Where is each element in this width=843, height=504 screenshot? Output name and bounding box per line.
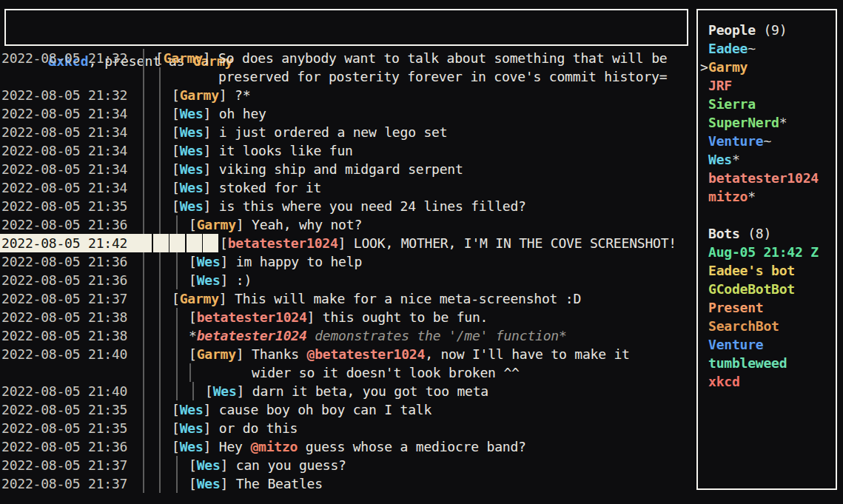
thread-indent-bar (159, 474, 161, 493)
member-item[interactable]: Venture~ (698, 132, 836, 150)
thread-indent-bar (159, 437, 161, 456)
member-status-suffix: ~ (763, 133, 771, 149)
message-row[interactable]: 2022-08-05 21:34[Wes] it looks like fun (0, 141, 694, 160)
nick-or-mention: Garmy (180, 291, 219, 306)
member-item[interactable]: Sierra (698, 95, 836, 113)
message-row[interactable]: 2022-08-05 21:36[Garmy] Yeah, why not? (0, 215, 694, 234)
section-title: Bots (708, 226, 740, 241)
message-row[interactable]: 2022-08-05 21:35[Wes] or do this (0, 419, 694, 437)
thread-indent-bar (159, 86, 161, 104)
message-fragment: * (189, 328, 197, 343)
message-row[interactable]: 2022-08-05 21:34[Wes] oh hey (0, 104, 694, 123)
member-item[interactable]: Present (698, 298, 836, 317)
message-text[interactable]: [Wes] :) (189, 271, 252, 289)
message-row[interactable]: 2022-08-05 21:37[Wes] The Beatles (0, 474, 694, 493)
message-text[interactable]: [Wes] The Beatles (189, 474, 323, 493)
message-text[interactable]: [Wes] i just ordered a new lego set (172, 123, 447, 141)
message-fragment: The Beatles (236, 476, 323, 491)
message-row[interactable]: 2022-08-05 21:32[Garmy] ?* (0, 86, 694, 104)
message-text[interactable]: *betatester1024 demonstrates the '/me' f… (189, 326, 567, 345)
member-item[interactable]: >Garmy (698, 58, 836, 76)
message-text[interactable]: [Wes] it looks like fun (172, 141, 353, 160)
member-name: Garmy (708, 59, 748, 75)
message-text[interactable]: [betatester1024] LOOK, MOTHER, I'M IN TH… (220, 234, 676, 252)
timestamp: 2022-08-05 21:34 (1, 123, 127, 141)
member-item[interactable]: Eadee's bot (698, 261, 836, 280)
member-item[interactable]: GCodeBotBot (698, 280, 836, 298)
message-text[interactable]: [Wes] can you guess? (189, 456, 346, 474)
message-text[interactable]: wider so it doesn't look broken ^^ (252, 363, 520, 382)
thread-indent-bar (159, 252, 161, 271)
message-text[interactable]: [Wes] im happy to help (189, 252, 362, 271)
message-row[interactable]: wider so it doesn't look broken ^^ (0, 363, 694, 382)
member-item[interactable]: mitzo* (698, 187, 836, 206)
message-text[interactable]: [Garmy] This will make for a nice meta-s… (172, 289, 581, 308)
message-text[interactable]: [Garmy] Yeah, why not? (189, 215, 362, 234)
member-item[interactable]: tumbleweed (698, 354, 836, 372)
message-row-selected[interactable]: 2022-08-05 21:42[betatester1024] LOOK, M… (0, 234, 694, 252)
nick-or-mention: Wes (197, 272, 221, 288)
message-fragment: [ (189, 476, 197, 491)
message-text[interactable]: [Garmy] Thanks @betatester1024, now I'll… (189, 345, 630, 363)
message-row[interactable]: preserved for posterity forever in cove'… (0, 67, 694, 86)
message-row[interactable]: 2022-08-05 21:37[Wes] can you guess? (0, 456, 694, 474)
message-row[interactable]: 2022-08-05 21:34[Wes] i just ordered a n… (0, 123, 694, 141)
thread-indent-bar (176, 345, 178, 363)
thread-indent-bar (143, 49, 144, 67)
message-text[interactable]: preserved for posterity forever in cove'… (218, 67, 667, 86)
member-name: Sierra (708, 96, 756, 112)
message-row[interactable]: 2022-08-05 21:35[Wes] cause boy oh boy c… (0, 400, 694, 419)
message-row[interactable]: 2022-08-05 21:36[Wes] im happy to help (0, 252, 694, 271)
message-text[interactable]: [Wes] stoked for it (172, 178, 321, 197)
message-fragment: Hey (219, 439, 251, 454)
timestamp: 2022-08-05 21:36 (1, 271, 127, 289)
message-row[interactable]: 2022-08-05 21:34[Wes] viking ship and mi… (0, 160, 694, 178)
member-item[interactable]: Eadee~ (698, 39, 836, 58)
message-text[interactable]: [Wes] is this where you need 24 lines fi… (172, 197, 526, 215)
timestamp: 2022-08-05 21:34 (1, 178, 127, 197)
message-fragment: is this where you need 24 lines filled? (219, 198, 526, 214)
message-row[interactable]: 2022-08-05 21:37[Garmy] This will make f… (0, 289, 694, 308)
message-fragment: ] (204, 106, 219, 121)
message-text[interactable]: [Wes] cause boy oh boy can I talk (172, 400, 431, 419)
message-row[interactable]: 2022-08-05 21:38[betatester1024] this ou… (0, 308, 694, 326)
message-fragment: [ (172, 106, 180, 121)
message-fragment: ] (221, 254, 236, 269)
nick-or-mention: Wes (180, 143, 204, 158)
message-fragment: ] (204, 402, 219, 417)
nick-or-mention: Wes (180, 420, 204, 436)
message-row[interactable]: 2022-08-05 21:35[Wes] is this where you … (0, 197, 694, 215)
nick-or-mention: Wes (197, 457, 221, 473)
member-sidebar: People (9)Eadee~>GarmyJRFSierraSuperNerd… (696, 9, 837, 490)
message-fragment: So does anybody want to talk about somet… (218, 50, 667, 66)
member-item[interactable]: xkcd (698, 372, 836, 391)
timestamp: 2022-08-05 21:36 (1, 252, 127, 271)
message-row[interactable]: 2022-08-05 21:36[Wes] :) (0, 271, 694, 289)
member-item[interactable]: Aug-05 21:42 Z (698, 243, 836, 261)
message-text[interactable]: [Wes] darn it beta, you got too meta (205, 382, 488, 400)
message-fragment: demonstrates the '/me' function* (307, 328, 567, 343)
member-item[interactable]: betatester1024 (698, 169, 836, 187)
thread-indent-bar (143, 67, 144, 86)
message-text[interactable]: [betatester1024] this ought to be fun. (189, 308, 488, 326)
message-text[interactable]: [Wes] or do this (172, 419, 298, 437)
member-item[interactable]: SearchBot (698, 317, 836, 335)
message-row[interactable]: 2022-08-05 21:38*betatester1024 demonstr… (0, 326, 694, 345)
message-row[interactable]: 2022-08-05 21:34[Wes] stoked for it (0, 178, 694, 197)
message-row[interactable]: 2022-08-05 21:36[Wes] Hey @mitzo guess w… (0, 437, 694, 456)
member-item[interactable]: Wes* (698, 150, 836, 169)
thread-indent-bar (143, 308, 144, 326)
message-text[interactable]: [Wes] oh hey (172, 104, 266, 123)
message-row[interactable]: 2022-08-05 21:40[Wes] darn it beta, you … (0, 382, 694, 400)
chat-log[interactable]: 2022-08-05 21:32[Garmy] So does anybody … (0, 49, 694, 502)
thread-indent-bar (143, 271, 144, 289)
member-item[interactable]: Venture (698, 335, 836, 354)
member-item[interactable]: SuperNerd* (698, 113, 836, 132)
member-item[interactable]: JRF (698, 76, 836, 95)
message-row[interactable]: 2022-08-05 21:32[Garmy] So does anybody … (0, 49, 694, 67)
message-text[interactable]: [Wes] viking ship and midgard serpent (172, 160, 463, 178)
message-row[interactable]: 2022-08-05 21:40[Garmy] Thanks @betatest… (0, 345, 694, 363)
message-text[interactable]: [Wes] Hey @mitzo guess whose a mediocre … (172, 437, 526, 456)
message-text[interactable]: [Garmy] So does anybody want to talk abo… (155, 49, 667, 67)
message-text[interactable]: [Garmy] ?* (172, 86, 250, 104)
